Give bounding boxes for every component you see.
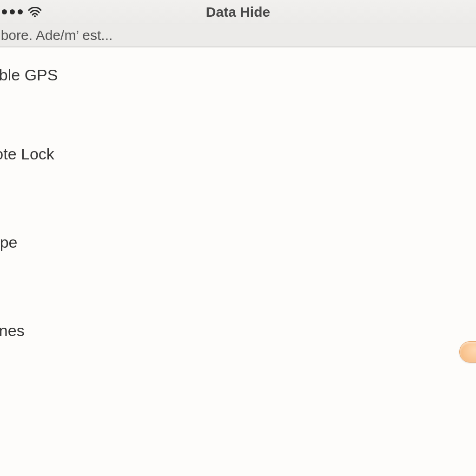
wifi-icon: [28, 7, 41, 17]
subheader-text: embore. Ade/m’ est...: [0, 27, 112, 43]
row-remote-lock[interactable]: mote Lock: [0, 131, 476, 219]
subheader: embore. Ade/m’ est...: [0, 24, 476, 47]
svg-point-0: [34, 15, 36, 17]
row-oones[interactable]: oones: [0, 308, 476, 396]
row-wipe[interactable]: Wipe: [0, 219, 476, 308]
row-no[interactable]: no: [0, 396, 476, 476]
page-title: Data Hide: [0, 4, 476, 20]
settings-list: nable GPS mote Lock Wipe oones no: [0, 47, 476, 476]
toggle-switch[interactable]: [459, 341, 476, 363]
row-label: mote Lock: [0, 131, 54, 163]
row-label: nable GPS: [0, 52, 58, 84]
row-label: Wipe: [0, 219, 17, 251]
status-bar: Data Hide: [0, 0, 476, 24]
signal-dots-icon: [2, 9, 23, 14]
row-label: oones: [0, 308, 25, 340]
row-enable-gps[interactable]: nable GPS: [0, 52, 476, 131]
